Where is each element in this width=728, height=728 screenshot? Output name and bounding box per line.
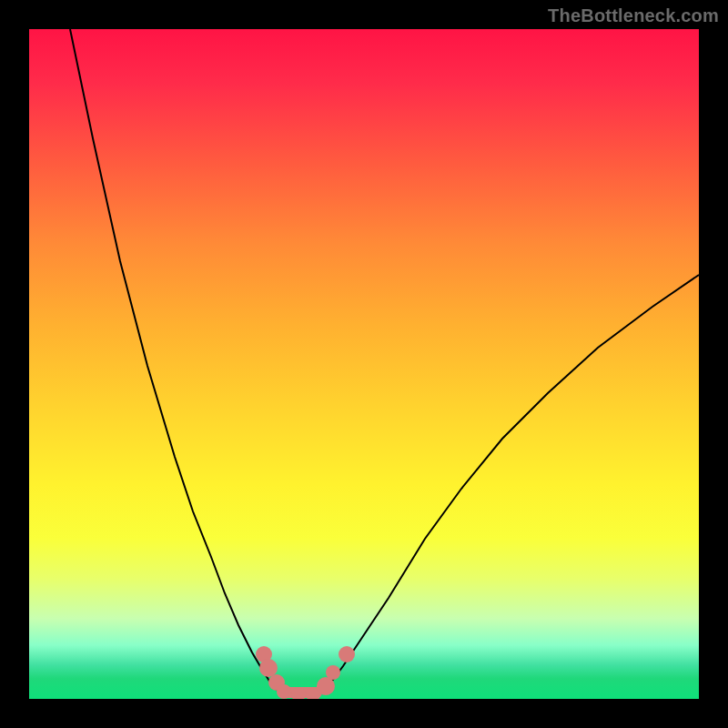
- left-curve: [70, 29, 282, 693]
- marker-point: [326, 665, 340, 680]
- curves-svg: [29, 29, 699, 699]
- marker-point: [259, 659, 278, 677]
- plot-area: [29, 29, 699, 699]
- chart-frame: TheBottleneck.com: [0, 0, 728, 728]
- watermark-text: TheBottleneck.com: [548, 5, 719, 26]
- right-curve: [320, 275, 699, 693]
- marker-point: [277, 684, 291, 699]
- marker-point: [317, 677, 335, 695]
- marker-point: [339, 646, 355, 662]
